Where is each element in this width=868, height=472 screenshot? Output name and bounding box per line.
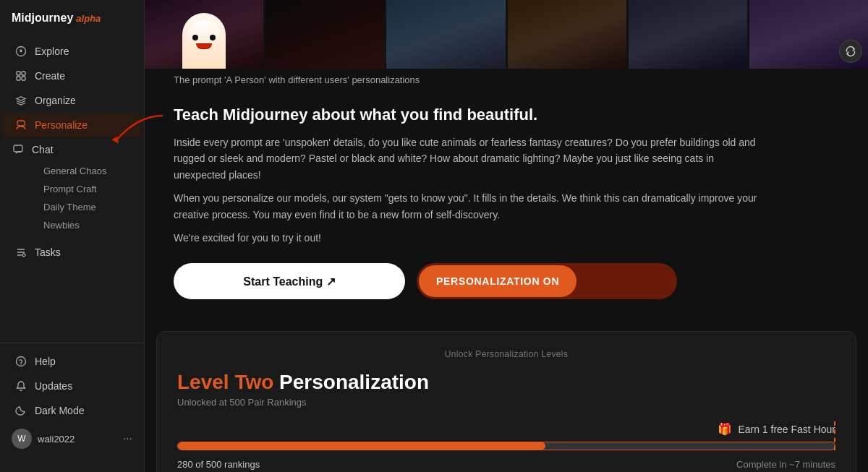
image-person bbox=[386, 0, 505, 69]
sidebar-sub-daily-theme[interactable]: Daily Theme bbox=[32, 198, 144, 216]
grid-icon bbox=[14, 69, 27, 82]
sidebar-item-tasks[interactable]: Tasks bbox=[3, 240, 141, 265]
logo: Midjourney alpha bbox=[0, 12, 144, 39]
user-row[interactable]: W wali2022 ··· bbox=[0, 423, 144, 455]
image-dark bbox=[265, 0, 384, 69]
progress-bar bbox=[177, 442, 835, 450]
svg-rect-6 bbox=[22, 77, 25, 80]
svg-point-9 bbox=[22, 254, 25, 257]
sidebar-item-help[interactable]: Help bbox=[3, 349, 141, 374]
sidebar-item-personalize[interactable]: Personalize bbox=[3, 113, 141, 137]
sidebar-sub-general-chaos[interactable]: General Chaos bbox=[32, 162, 144, 180]
progress-dashed-indicator bbox=[834, 421, 835, 450]
progress-fill bbox=[178, 442, 545, 450]
sidebar-sub-newbies[interactable]: Newbies bbox=[32, 216, 144, 234]
layers-icon bbox=[14, 94, 27, 107]
sidebar-label-dark-mode: Dark Mode bbox=[35, 405, 84, 416]
section-title: Teach Midjourney about what you find bea… bbox=[174, 106, 767, 124]
level-subtitle: Unlocked at 500 Pair Rankings bbox=[177, 397, 835, 408]
progress-container bbox=[177, 442, 835, 450]
sidebar-sub-prompt-craft[interactable]: Prompt Craft bbox=[32, 180, 144, 198]
sidebar-label-updates: Updates bbox=[35, 380, 72, 392]
level-two-text: Level Two bbox=[177, 371, 273, 393]
image-clown bbox=[145, 0, 263, 69]
sidebar: Midjourney alpha Explore Create Organize… bbox=[0, 0, 145, 472]
svg-rect-4 bbox=[22, 72, 25, 75]
user-menu-dots[interactable]: ··· bbox=[123, 432, 132, 445]
svg-rect-5 bbox=[17, 77, 20, 80]
image-strip bbox=[145, 0, 868, 69]
refresh-button[interactable] bbox=[839, 40, 862, 63]
svg-rect-8 bbox=[14, 145, 22, 152]
sidebar-item-create[interactable]: Create bbox=[3, 64, 141, 88]
personalization-on-button[interactable]: PERSONALIZATION ON bbox=[419, 265, 576, 297]
sidebar-label-chat: Chat bbox=[32, 144, 54, 155]
avatar: W bbox=[12, 429, 32, 449]
sidebar-item-organize[interactable]: Organize bbox=[3, 88, 141, 113]
action-buttons: Start Teaching ↗ PERSONALIZATION ON bbox=[174, 263, 767, 299]
svg-rect-3 bbox=[17, 72, 20, 75]
sidebar-item-updates[interactable]: Updates bbox=[3, 374, 141, 398]
desc-3: We're excited for you to try it out! bbox=[174, 230, 767, 246]
username: wali2022 bbox=[38, 434, 117, 445]
sidebar-label-explore: Explore bbox=[35, 46, 69, 57]
progress-count: 280 of 500 rankings bbox=[177, 459, 260, 470]
help-icon bbox=[14, 355, 27, 368]
image-fashion bbox=[629, 0, 747, 69]
moon-icon bbox=[14, 404, 27, 417]
desc-1: Inside every prompt are 'unspoken' detai… bbox=[174, 134, 767, 183]
sidebar-item-dark-mode[interactable]: Dark Mode bbox=[3, 398, 141, 423]
earn-badge: 🎁 Earn 1 free Fast Hour bbox=[177, 422, 835, 436]
level-rest-text: Personalization bbox=[279, 371, 429, 393]
compass-icon bbox=[14, 45, 27, 58]
progress-complete: Complete in ~7 minutes bbox=[736, 459, 835, 470]
svg-rect-7 bbox=[17, 121, 25, 126]
logo-alpha: alpha bbox=[76, 13, 101, 24]
svg-point-11 bbox=[20, 364, 21, 364]
unlock-label: Unlock Personalization Levels bbox=[177, 349, 835, 359]
unlock-section: Unlock Personalization Levels Level Two … bbox=[156, 331, 856, 472]
progress-labels: 280 of 500 rankings Complete in ~7 minut… bbox=[177, 459, 835, 470]
level-title: Level Two Personalization bbox=[177, 371, 835, 394]
sidebar-label-help: Help bbox=[35, 356, 56, 367]
image-face bbox=[508, 0, 626, 69]
sidebar-label-create: Create bbox=[35, 70, 65, 82]
bell-icon bbox=[14, 379, 27, 392]
earn-text: Earn 1 free Fast Hour bbox=[738, 424, 835, 435]
sidebar-item-chat[interactable]: Chat bbox=[0, 137, 144, 162]
personalize-section: Teach Midjourney about what you find bea… bbox=[145, 91, 796, 331]
start-teaching-button[interactable]: Start Teaching ↗ bbox=[174, 263, 405, 299]
gift-icon: 🎁 bbox=[718, 422, 732, 436]
sidebar-label-personalize: Personalize bbox=[35, 119, 88, 131]
sidebar-label-tasks: Tasks bbox=[35, 246, 61, 258]
image-caption: The prompt 'A Person' with different use… bbox=[145, 69, 868, 91]
sidebar-item-explore[interactable]: Explore bbox=[3, 39, 141, 64]
sidebar-label-organize: Organize bbox=[35, 95, 76, 106]
tasks-icon bbox=[14, 246, 27, 259]
main-content: The prompt 'A Person' with different use… bbox=[145, 0, 868, 472]
chat-sub-items: General Chaos Prompt Craft Daily Theme N… bbox=[0, 162, 144, 234]
desc-2: When you personalize our models, our sys… bbox=[174, 190, 767, 223]
chat-icon bbox=[12, 143, 25, 156]
person-icon bbox=[14, 119, 27, 132]
sidebar-bottom: Help Updates Dark Mode W wali2022 ··· bbox=[0, 343, 144, 460]
logo-main: Midjourney bbox=[12, 12, 73, 25]
personalization-on-wrapper: PERSONALIZATION ON bbox=[417, 263, 677, 299]
svg-point-2 bbox=[20, 51, 22, 52]
